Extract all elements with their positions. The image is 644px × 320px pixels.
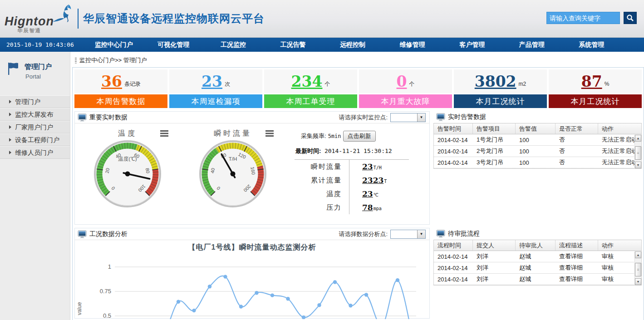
column-header: 待审批人 [516,240,556,251]
reading-unit: mpa [374,206,382,211]
scrollbar-thumb[interactable]: ≡ [635,263,641,276]
table-cell: 刘洋 [473,262,516,273]
sidebar-item-4[interactable]: 设备工程师门户 [0,133,70,146]
monitor-point-select[interactable]: ▼ [390,113,426,122]
stat-unit: m2 [519,81,526,87]
stat-card-3: 234个本周工单受理 [264,69,357,108]
search-input[interactable] [546,12,620,24]
temperature-gauge: 020406080100温度(℃) [93,140,162,208]
search-button[interactable] [624,12,637,24]
column-header: 提交人 [473,240,516,251]
table-cell: 2014-02-14 [434,262,473,273]
hamburger-menu-icon[interactable] [160,130,168,137]
table-cell: 100 [516,146,556,157]
stat-label-bar[interactable]: 本月重大故障 [359,94,452,108]
logo-text: Hignton [5,15,54,27]
antelope-logo-icon [51,3,75,24]
table-row: 2014-02-142号龙门吊100否无法正常启动 [434,146,641,157]
logo[interactable]: Hignton 华辰智通 [5,3,75,34]
alarm-panel: 实时告警数据 告警时间告警项目告警值是否正常动作2014-02-141号龙门吊1… [433,111,642,225]
svg-text:0.75: 0.75 [100,288,111,295]
svg-text:T/H: T/H [229,156,237,162]
chevron-down-icon[interactable]: ▼ [417,113,425,122]
nav-item-5[interactable]: 远程控制 [323,41,383,49]
reading-row: 累计流量2323T [295,173,409,187]
stat-unit: 条记录 [124,80,141,88]
stat-value[interactable]: 3802 [475,74,516,89]
nav-item-8[interactable]: 产品管理 [502,41,562,49]
reading-label: 压力 [295,203,349,212]
nav-item-9[interactable]: 系统管理 [562,41,622,49]
scroll-up-button[interactable]: ▲ [635,251,641,258]
sidebar-item-5[interactable]: 维修人员门户 [0,146,70,159]
nav-item-6[interactable]: 维修管理 [383,41,442,49]
sidebar-item-label: 厂家用户门户 [15,121,53,133]
analysis-point-select[interactable]: ▼ [390,230,426,239]
reading-row: 瞬时流量23T/H [295,160,409,173]
readings-list: 瞬时流量23T/H累计流量2323T温度23℃压力78mpa [295,159,409,214]
sidebar-item-2[interactable]: 监控大屏发布 [0,108,70,121]
table-cell[interactable]: 查看详细 [556,262,598,273]
nav-item-2[interactable]: 可视化管理 [144,41,204,49]
hamburger-menu-icon[interactable] [265,130,274,137]
monitor-point-label: 请选择实时监控点: [339,113,388,122]
flag-icon [7,62,19,75]
panel-title: 工况数据分析 [89,230,128,238]
reading-value-cell: 78mpa [349,201,409,214]
scrollbar-track[interactable]: ≡ [635,142,641,162]
table-cell: 赵城 [516,262,556,273]
stat-label-bar[interactable]: 本月工况统计 [549,94,642,108]
nav-item-4[interactable]: 工况告警 [263,41,323,49]
stat-label-bar[interactable]: 本周巡检漏项 [169,94,262,108]
table-cell: 2014-02-14 [434,157,473,168]
table-scrollbar[interactable]: ▲≡▼ [634,251,641,285]
svg-text:80: 80 [145,167,151,174]
stat-value[interactable]: 36 [101,74,122,89]
stat-value[interactable]: 234 [291,74,323,89]
logo-subtext: 华辰智通 [17,27,41,34]
chevron-down-icon[interactable]: ▼ [417,230,425,238]
reading-value-cell: 23℃ [349,187,409,201]
table-cell[interactable]: 查看详细 [556,274,598,285]
monitor-icon [436,113,445,121]
nav-item-3[interactable]: 工况监控 [203,41,263,49]
column-header: 告警时间 [434,123,473,134]
reading-value[interactable]: 23 [362,162,373,171]
scroll-down-button[interactable]: ▼ [635,278,641,285]
analysis-panel-header: 工况数据分析 请选择数据分析点: ▼ [75,228,429,240]
reading-value[interactable]: 23 [362,189,373,198]
stat-label-bar[interactable]: 本周告警数据 [74,94,167,108]
table-cell[interactable]: 查看详细 [556,251,598,262]
refresh-button[interactable]: 点击刷新 [343,131,376,142]
sidebar-menu: 管理门户监控大屏发布厂家用户门户设备工程师门户维修人员门户 [0,95,70,159]
nav-item-1[interactable]: 监控中心门户 [84,41,144,49]
arrow-right-icon [9,113,11,116]
stat-value[interactable]: 87 [581,74,602,89]
scroll-down-button[interactable]: ▼ [635,162,641,168]
table-row: 2014-02-14刘洋赵城查看详细审核 [434,251,641,262]
scroll-up-button[interactable]: ▲ [635,135,641,142]
breadcrumb: 监控中心门户>> 管理门户 [75,56,644,64]
select-value [391,113,417,122]
table-scrollbar[interactable]: ▲≡▼ [634,135,641,168]
sidebar-item-3[interactable]: 厂家用户门户 [0,121,70,133]
reading-value[interactable]: 2323 [362,176,383,185]
stat-value[interactable]: 0 [397,74,407,89]
scrollbar-thumb[interactable]: ≡ [635,146,641,160]
sidebar-item-1[interactable]: 管理门户 [0,95,70,108]
monitor-icon [78,113,87,122]
svg-text:温度(℃): 温度(℃) [118,156,137,162]
stat-card-6: 87%本月工况统计 [549,69,642,108]
stat-label-bar[interactable]: 本周工单受理 [264,94,357,108]
scrollbar-track[interactable]: ≡ [635,258,641,278]
realtime-panel-header: 重要实时数据 请选择实时监控点: ▼ [75,112,429,123]
stat-label-bar[interactable]: 本月工况统计 [454,94,547,108]
nav-item-7[interactable]: 客户管理 [442,41,502,49]
panel-title: 重要实时数据 [89,113,128,122]
stat-value[interactable]: 23 [202,74,222,89]
svg-text:1: 1 [108,263,111,270]
table-row: 2014-02-143号龙门吊100否无法正常启动 [434,157,641,168]
table-cell: 赵城 [516,251,556,262]
svg-text:40: 40 [209,167,216,174]
reading-value[interactable]: 78 [362,203,373,212]
